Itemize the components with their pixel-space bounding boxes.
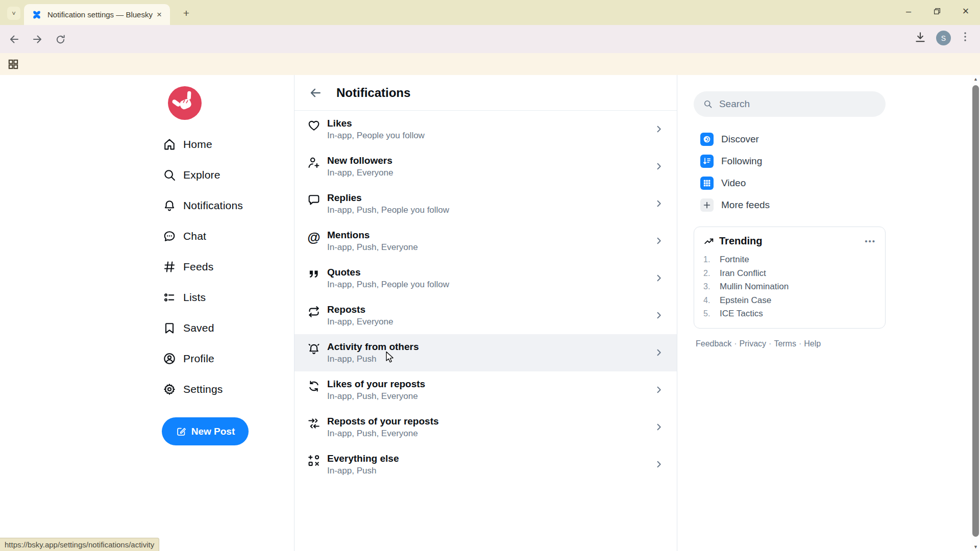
sidebar-item-label: Notifications bbox=[183, 199, 243, 212]
sidebar-nav: HomeExploreNotificationsChatFeedsListsSa… bbox=[162, 129, 285, 405]
tab-title: Notification settings — Bluesky bbox=[47, 10, 154, 19]
avatar-initial: S bbox=[936, 31, 951, 45]
setting-row-subtitle: In-app, Everyone bbox=[327, 167, 653, 179]
chevron-right-icon bbox=[653, 198, 665, 209]
notification-setting-row-reposts-of-your-reposts[interactable]: Reposts of your repostsIn-app, Push, Eve… bbox=[295, 409, 677, 446]
sidebar-item-settings[interactable]: Settings bbox=[162, 374, 285, 405]
apps-grid-icon[interactable] bbox=[7, 58, 20, 71]
new-tab-button[interactable]: + bbox=[180, 7, 193, 20]
footer-separator: · bbox=[734, 339, 737, 348]
repost-repost-icon bbox=[307, 416, 321, 431]
back-arrow-icon bbox=[309, 86, 322, 99]
repost-circle-icon bbox=[307, 379, 321, 393]
sidebar-item-saved[interactable]: Saved bbox=[162, 313, 285, 343]
notification-setting-row-likes[interactable]: LikesIn-app, People you follow bbox=[295, 111, 677, 148]
chat-icon bbox=[162, 229, 177, 243]
setting-row-title: Likes of your reposts bbox=[327, 378, 653, 390]
downloads-button[interactable] bbox=[914, 31, 927, 44]
chevron-right-icon bbox=[653, 459, 665, 470]
notification-setting-row-everything-else[interactable]: Everything elseIn-app, Push bbox=[295, 446, 677, 483]
sidebar-item-home[interactable]: Home bbox=[162, 129, 285, 160]
main-column: Notifications LikesIn-app, People you fo… bbox=[294, 75, 677, 551]
trending-topic-mullin-nomination[interactable]: 3.Mullin Nomination bbox=[703, 280, 876, 294]
feed-link-label: Video bbox=[721, 178, 746, 189]
notification-setting-row-likes-of-your-reposts[interactable]: Likes of your repostsIn-app, Push, Every… bbox=[295, 371, 677, 409]
reload-button[interactable] bbox=[52, 31, 69, 48]
minimize-button[interactable]: – bbox=[894, 0, 923, 22]
search-input[interactable] bbox=[719, 98, 876, 110]
page-scrollbar[interactable]: ▲ ▼ bbox=[971, 75, 980, 551]
sidebar-footer-links: Feedback·Privacy·Terms·Help bbox=[696, 339, 821, 348]
profile-icon bbox=[162, 352, 177, 366]
browser-tab[interactable]: Notification settings — Bluesky × bbox=[24, 4, 170, 25]
feed-link-video[interactable]: Video bbox=[700, 172, 886, 194]
sidebar-item-lists[interactable]: Lists bbox=[162, 282, 285, 313]
setting-row-title: Everything else bbox=[327, 452, 653, 465]
footer-link-feedback[interactable]: Feedback bbox=[696, 339, 731, 348]
setting-row-title: Reposts of your reposts bbox=[327, 415, 653, 428]
setting-row-title: Activity from others bbox=[327, 340, 653, 353]
footer-link-help[interactable]: Help bbox=[804, 339, 821, 348]
trending-card: Trending ••• 1.Fortnite2.Iran Conflict3.… bbox=[694, 227, 886, 329]
reload-icon bbox=[55, 34, 66, 45]
notification-setting-row-reposts[interactable]: RepostsIn-app, Everyone bbox=[295, 297, 677, 334]
footer-link-terms[interactable]: Terms bbox=[774, 339, 796, 348]
feed-link-more-feeds[interactable]: More feeds bbox=[700, 194, 886, 216]
trending-topic-ice-tactics[interactable]: 5.ICE Tactics bbox=[703, 307, 876, 321]
reply-bubble-icon bbox=[307, 193, 321, 207]
trending-topic-fortnite[interactable]: 1.Fortnite bbox=[703, 253, 876, 267]
feeds-icon bbox=[162, 260, 177, 274]
feed-link-label: More feeds bbox=[721, 199, 770, 211]
chevron-right-icon bbox=[653, 310, 665, 321]
sidebar-item-profile[interactable]: Profile bbox=[162, 343, 285, 374]
feed-link-discover[interactable]: Discover bbox=[700, 128, 886, 150]
trending-title: Trending bbox=[719, 235, 860, 247]
notifications-icon bbox=[162, 198, 177, 213]
sidebar-item-label: Chat bbox=[183, 230, 206, 242]
feed-link-following[interactable]: Following bbox=[700, 150, 886, 172]
window-controls: – × bbox=[894, 0, 980, 22]
sidebar-item-feeds[interactable]: Feeds bbox=[162, 252, 285, 282]
chevron-right-icon bbox=[653, 123, 665, 135]
setting-row-title: Likes bbox=[327, 117, 653, 130]
restore-button[interactable] bbox=[923, 0, 951, 22]
tab-search-button[interactable]: ˅ bbox=[7, 7, 20, 20]
bookmarks-bar bbox=[0, 53, 980, 75]
sidebar-item-explore[interactable]: Explore bbox=[162, 160, 285, 190]
search-icon bbox=[703, 98, 713, 110]
search-box[interactable] bbox=[694, 91, 886, 117]
trending-menu-icon[interactable]: ••• bbox=[865, 237, 876, 245]
lists-icon bbox=[162, 290, 177, 305]
trending-topic-epstein-case[interactable]: 4.Epstein Case bbox=[703, 294, 876, 308]
tab-close-icon[interactable]: × bbox=[154, 9, 165, 20]
back-button[interactable] bbox=[6, 31, 23, 48]
trending-topic-iran-conflict[interactable]: 2.Iran Conflict bbox=[703, 267, 876, 281]
video-feed-icon bbox=[700, 177, 714, 190]
scrollbar-thumb[interactable] bbox=[972, 85, 979, 537]
trending-topic-label: Epstein Case bbox=[720, 295, 771, 306]
trending-list: 1.Fortnite2.Iran Conflict3.Mullin Nomina… bbox=[703, 253, 876, 321]
notification-setting-row-mentions[interactable]: @MentionsIn-app, Push, Everyone bbox=[295, 222, 677, 260]
menu-button[interactable] bbox=[959, 31, 971, 43]
notification-setting-row-new-followers[interactable]: New followersIn-app, Everyone bbox=[295, 148, 677, 185]
new-post-button[interactable]: New Post bbox=[162, 417, 249, 445]
bluesky-favicon bbox=[31, 9, 42, 20]
scroll-up-icon[interactable]: ▲ bbox=[971, 75, 980, 83]
user-avatar-shaka[interactable] bbox=[168, 86, 202, 120]
profile-avatar[interactable]: S bbox=[936, 31, 951, 45]
sidebar-item-label: Profile bbox=[183, 353, 214, 365]
forward-arrow-icon bbox=[31, 33, 43, 45]
notification-setting-row-replies[interactable]: RepliesIn-app, Push, People you follow bbox=[295, 185, 677, 222]
trending-rank: 2. bbox=[703, 269, 715, 278]
everything-else-icon bbox=[307, 454, 321, 468]
footer-separator: · bbox=[799, 339, 801, 348]
forward-button[interactable] bbox=[29, 31, 46, 48]
scroll-down-icon[interactable]: ▼ bbox=[971, 543, 980, 551]
back-button-page[interactable] bbox=[307, 84, 324, 102]
sidebar-item-notifications[interactable]: Notifications bbox=[162, 190, 285, 221]
footer-link-privacy[interactable]: Privacy bbox=[740, 339, 766, 348]
sidebar-item-chat[interactable]: Chat bbox=[162, 221, 285, 252]
close-window-button[interactable]: × bbox=[951, 0, 980, 22]
notification-setting-row-activity-from-others[interactable]: Activity from othersIn-app, Push bbox=[295, 334, 677, 371]
notification-setting-row-quotes[interactable]: QuotesIn-app, Push, People you follow bbox=[295, 260, 677, 297]
